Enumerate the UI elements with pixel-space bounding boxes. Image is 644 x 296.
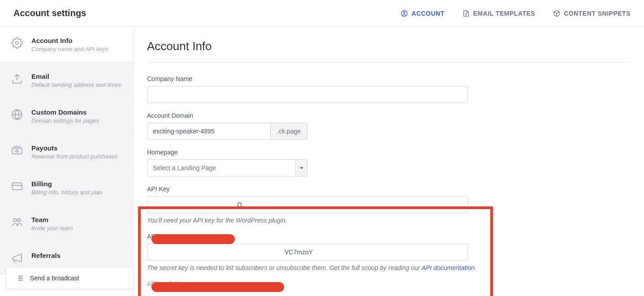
sidebar-item-sub: Invite your team [31, 225, 122, 232]
sidebar-item-title: Payouts [31, 144, 122, 152]
domain-suffix: .ck.page [270, 123, 307, 140]
homepage-field: Homepage Select a Landing Page [147, 149, 631, 176]
sidebar-item-title: Email [31, 73, 122, 80]
homepage-select[interactable]: Select a Landing Page [147, 159, 307, 176]
send-broadcast-button[interactable]: Send a broadcast [6, 267, 134, 289]
nav-label: EMAIL TEMPLATES [473, 10, 535, 17]
package-icon [553, 10, 560, 17]
api-key-field: API Key You'll need your API key for the… [147, 185, 631, 224]
topbar: Account settings ACCOUNT EMAIL TEMPLATES… [0, 0, 644, 27]
account-domain-field: Account Domain .ck.page [147, 112, 631, 140]
sidebar-item-sub: Default sending address and times [31, 82, 122, 88]
globe-icon [11, 108, 23, 121]
sidebar-item-title: Custom Domains [31, 108, 122, 116]
sidebar-item-title: Team [31, 216, 122, 223]
sidebar-item-sub: Revenue from product purchases [31, 153, 122, 160]
api-key-label: API Key [147, 185, 631, 193]
gear-icon [11, 37, 23, 49]
content-area: Account Info Company Name Account Domain… [134, 27, 644, 296]
affiliate-field: Affiliate link [147, 280, 631, 287]
account-domain-input[interactable] [147, 123, 270, 140]
megaphone-icon [11, 252, 23, 264]
sidebar-item-title: Referrals [31, 252, 122, 259]
team-icon [11, 216, 23, 228]
api-secret-field: API Secret The secret key is needed to l… [147, 233, 631, 271]
sidebar-item-billing[interactable]: Billing Billing info, history and plan [0, 170, 133, 206]
cash-icon [11, 144, 23, 157]
credit-card-icon [11, 180, 23, 193]
api-docs-link[interactable]: API documentation. [422, 264, 476, 271]
api-secret-input[interactable] [147, 244, 468, 261]
api-secret-help: The secret key is needed to list subscri… [147, 264, 631, 271]
sidebar-item-title: Account Info [31, 37, 122, 44]
content-heading: Account Info [147, 39, 630, 63]
sidebar-item-account-info[interactable]: Account Info Company name and API keys [0, 27, 133, 63]
nav-account[interactable]: ACCOUNT [401, 10, 445, 17]
api-key-help: You'll need your API key for the WordPre… [147, 217, 631, 224]
nav-email-templates[interactable]: EMAIL TEMPLATES [462, 10, 535, 17]
sidebar-item-team[interactable]: Team Invite your team [0, 206, 133, 242]
nav-label: ACCOUNT [411, 10, 445, 17]
affiliate-label: Affiliate link [147, 280, 631, 287]
nav-label: CONTENT SNIPPETS [564, 10, 631, 17]
user-circle-icon [401, 10, 408, 17]
company-name-field: Company Name [147, 75, 631, 103]
topbar-nav: ACCOUNT EMAIL TEMPLATES CONTENT SNIPPETS [401, 10, 631, 17]
account-domain-label: Account Domain [147, 112, 631, 119]
svg-rect-7 [12, 183, 22, 189]
api-key-input[interactable] [147, 196, 468, 213]
sidebar-item-sub: Billing info, history and plan [31, 189, 122, 196]
sidebar-item-custom-domains[interactable]: Custom Domains Domain settings for pages [0, 99, 133, 134]
company-name-label: Company Name [147, 75, 631, 82]
sidebar-item-title: Billing [31, 180, 122, 188]
svg-point-6 [16, 150, 18, 152]
sidebar-item-payouts[interactable]: Payouts Revenue from product purchases [0, 134, 133, 170]
page-title: Account settings [13, 8, 86, 18]
document-icon [462, 10, 470, 17]
svg-point-10 [17, 219, 21, 222]
list-icon [16, 274, 24, 282]
svg-rect-5 [12, 148, 22, 154]
company-name-input[interactable] [147, 86, 468, 103]
sidebar-item-sub: Domain settings for pages [31, 117, 122, 124]
broadcast-label: Send a broadcast [30, 275, 79, 282]
homepage-label: Homepage [147, 149, 631, 156]
svg-point-2 [16, 42, 19, 45]
api-secret-label: API Secret [147, 233, 631, 240]
svg-point-1 [403, 12, 405, 13]
sidebar: Account Info Company name and API keys E… [0, 27, 134, 296]
svg-point-9 [13, 219, 17, 222]
upload-icon [11, 73, 23, 85]
sidebar-item-email[interactable]: Email Default sending address and times [0, 63, 133, 99]
main-layout: Account Info Company name and API keys E… [0, 27, 644, 296]
sidebar-item-sub: Company name and API keys [31, 46, 122, 52]
nav-content-snippets[interactable]: CONTENT SNIPPETS [553, 10, 631, 17]
